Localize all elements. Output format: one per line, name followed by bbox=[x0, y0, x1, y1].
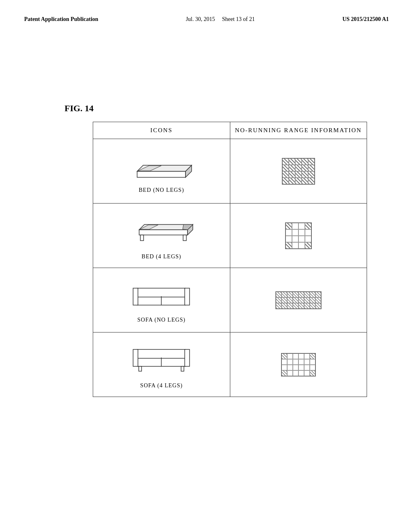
table-row: SOFA (4 LEGS) bbox=[93, 332, 367, 397]
svg-marker-4 bbox=[139, 230, 188, 235]
bed-no-legs-label: BED (NO LEGS) bbox=[139, 187, 184, 193]
col-header-icons: ICONS bbox=[93, 122, 230, 139]
svg-rect-21 bbox=[139, 366, 142, 371]
icon-cell-sofa-4-legs: SOFA (4 LEGS) bbox=[93, 332, 230, 397]
page-header: Patent Application Publication Jul. 30, … bbox=[24, 16, 389, 23]
header-date: Jul. 30, 2015 bbox=[186, 16, 215, 22]
icon-cell-bed-4-legs: BED (4 LEGS) bbox=[93, 204, 230, 268]
svg-marker-0 bbox=[137, 171, 186, 177]
bed-4-legs-label: BED (4 LEGS) bbox=[142, 254, 181, 260]
sofa-4-legs-label: SOFA (4 LEGS) bbox=[140, 382, 183, 389]
table-row: SOFA (NO LEGS) bbox=[93, 268, 367, 332]
table-row: BED (4 LEGS) bbox=[93, 204, 367, 268]
bed-4-legs-icon bbox=[129, 212, 194, 248]
svg-rect-19 bbox=[185, 349, 190, 366]
sofa-no-legs-icon bbox=[129, 277, 194, 311]
sofa-4-legs-icon bbox=[129, 341, 194, 377]
main-table: ICONS NO-RUNNING RANGE INFORMATION bbox=[93, 122, 367, 397]
svg-rect-17 bbox=[137, 349, 186, 358]
bed-no-legs-icon bbox=[129, 149, 194, 181]
svg-rect-9 bbox=[140, 235, 144, 241]
header-sheet: Sheet 13 of 21 bbox=[222, 16, 255, 22]
pattern-cell-bed-no-legs bbox=[230, 139, 367, 204]
icon-cell-sofa-no-legs: SOFA (NO LEGS) bbox=[93, 268, 230, 332]
header-center: Jul. 30, 2015 Sheet 13 of 21 bbox=[186, 16, 255, 23]
pattern-cell-sofa-4-legs bbox=[230, 332, 367, 397]
svg-rect-18 bbox=[133, 349, 138, 366]
svg-rect-13 bbox=[133, 288, 138, 305]
col-header-no-running: NO-RUNNING RANGE INFORMATION bbox=[230, 122, 367, 139]
svg-rect-22 bbox=[181, 366, 184, 371]
sofa-no-legs-label: SOFA (NO LEGS) bbox=[138, 317, 186, 323]
icon-cell-bed-no-legs: BED (NO LEGS) bbox=[93, 139, 230, 204]
svg-rect-14 bbox=[185, 288, 190, 305]
svg-rect-10 bbox=[183, 235, 186, 241]
header-left: Patent Application Publication bbox=[24, 16, 98, 23]
figure-label: FIG. 14 bbox=[65, 103, 389, 114]
pattern-cell-bed-4-legs bbox=[230, 204, 367, 268]
page: Patent Application Publication Jul. 30, … bbox=[0, 0, 413, 532]
pattern-cell-sofa-no-legs bbox=[230, 268, 367, 332]
table-row: BED (NO LEGS) bbox=[93, 139, 367, 204]
header-right: US 2015/212500 A1 bbox=[342, 16, 389, 23]
svg-rect-12 bbox=[137, 288, 186, 297]
